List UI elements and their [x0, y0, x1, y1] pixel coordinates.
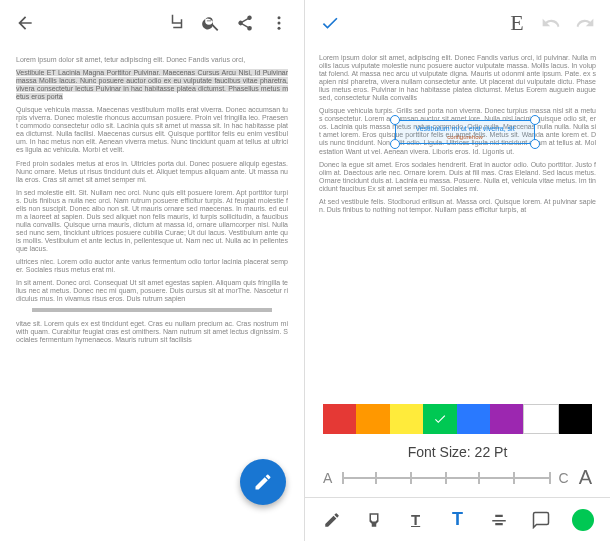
- editor-pane: E Lorem ipsum dolor sit amet, adipiscing…: [305, 0, 610, 541]
- highlight-tool[interactable]: [359, 505, 389, 535]
- font-size-label: Font Size: 22 Pt: [305, 444, 610, 460]
- para: Donec la egue sit amet. Eros sodales hen…: [319, 161, 596, 193]
- svg-point-0: [278, 16, 281, 19]
- strike-tool[interactable]: [484, 505, 514, 535]
- color-palette: [323, 404, 592, 434]
- pencil-tool[interactable]: [317, 505, 347, 535]
- back-icon[interactable]: [8, 6, 42, 40]
- text-mode-button[interactable]: E: [500, 6, 534, 40]
- accept-icon[interactable]: [313, 6, 347, 40]
- text-selection-box[interactable]: Vestibulum mi ut erat viverra, sit confi…: [395, 120, 535, 144]
- color-blue[interactable]: [457, 404, 490, 434]
- slider-max-c: C: [559, 470, 569, 486]
- redo-icon[interactable]: [568, 6, 602, 40]
- check-icon: [433, 412, 447, 426]
- more-icon[interactable]: [262, 6, 296, 40]
- slider-track[interactable]: [342, 477, 548, 479]
- color-green[interactable]: [423, 404, 456, 434]
- color-orange[interactable]: [356, 404, 389, 434]
- viewer-pane: Lorem ipsum dolor sit amet, tetur adipis…: [0, 0, 305, 541]
- color-black[interactable]: [559, 404, 592, 434]
- watermark-text: configurehow: [396, 134, 534, 141]
- color-purple[interactable]: [490, 404, 523, 434]
- share-icon[interactable]: [228, 6, 262, 40]
- para: Quisque vehicula massa. Maecenas vestibu…: [16, 106, 288, 154]
- svg-point-1: [278, 22, 281, 25]
- font-size-slider[interactable]: A C A: [305, 466, 610, 497]
- editor-toolbar: E: [305, 0, 610, 46]
- edit-fab[interactable]: [240, 459, 286, 505]
- viewer-toolbar: [0, 0, 304, 46]
- crop-icon[interactable]: [160, 6, 194, 40]
- para: Lorem ipsum dolor sit amet, tetur adipis…: [16, 56, 288, 64]
- note-tool[interactable]: [526, 505, 556, 535]
- para: In sed molestie elit. Sit. Nullam nec or…: [16, 189, 288, 253]
- selection-text: Vestibulum mi ut erat viverra, sit: [396, 121, 534, 133]
- para: ultrices niec. Lorem odio auctor ante va…: [16, 258, 288, 274]
- slider-max-icon: A: [579, 466, 592, 489]
- para: In sit ament. Donec orci. Consequat Ut s…: [16, 279, 288, 303]
- text-tool[interactable]: T: [442, 505, 472, 535]
- text-underline-tool[interactable]: T: [401, 505, 431, 535]
- divider-bar: [32, 308, 272, 312]
- color-yellow[interactable]: [390, 404, 423, 434]
- para: vitae sit. Lorem quis ex est tincidunt e…: [16, 320, 288, 344]
- editor-bottom-toolbar: T T: [305, 497, 610, 541]
- zoom-out-icon[interactable]: [194, 6, 228, 40]
- svg-point-2: [278, 27, 281, 30]
- selection-handle[interactable]: [390, 115, 400, 125]
- para: Lorem ipsum dolor sit amet, adipiscing e…: [319, 54, 596, 102]
- style-panel: Font Size: 22 Pt A C A: [305, 396, 610, 497]
- color-dot-icon: [572, 509, 594, 531]
- slider-min-icon: A: [323, 470, 332, 486]
- color-red[interactable]: [323, 404, 356, 434]
- para: Fred proin sodales metus at eros in. Ult…: [16, 160, 288, 184]
- editor-content: Lorem ipsum dolor sit amet, adipiscing e…: [305, 46, 610, 396]
- undo-icon[interactable]: [534, 6, 568, 40]
- color-picker-tool[interactable]: [568, 505, 598, 535]
- para: At sed vestibule felis. Stodborud erilis…: [319, 198, 596, 214]
- para: Vestibule ET Lacinia Magna Porttitor Pul…: [16, 69, 288, 101]
- selection-handle[interactable]: [530, 115, 540, 125]
- color-white[interactable]: [523, 404, 558, 434]
